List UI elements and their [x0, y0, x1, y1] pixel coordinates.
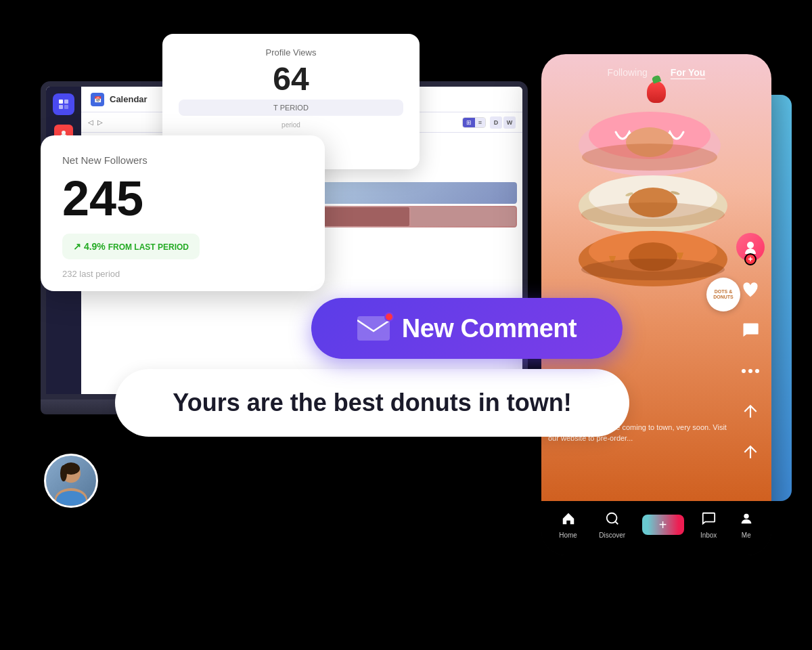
fw-badge: ↗ 4.9% FROM LAST PERIOD: [62, 234, 200, 259]
avatar: [44, 454, 98, 508]
tt-me-icon: [739, 511, 754, 530]
tt-bottom-discover[interactable]: Discover: [599, 511, 625, 539]
pv-last-period: T PERIOD: [179, 100, 403, 116]
svg-point-36: [755, 369, 759, 373]
inbox-svg: [701, 511, 716, 526]
view-toggle: ⊞ ≡: [462, 117, 486, 128]
grid-view-btn[interactable]: ⊞: [463, 118, 475, 127]
app-title: Calendar: [110, 94, 148, 104]
svg-point-35: [748, 369, 752, 373]
tt-nav-separator: •: [658, 70, 660, 74]
pv-period-text: period: [179, 121, 403, 129]
comment-text-bubble: Yours are the best donuts in town!: [115, 369, 629, 437]
donut-middle-svg: [575, 169, 731, 233]
tt-share2-icon: [738, 440, 763, 464]
fw-sub: 232 last period: [62, 269, 303, 279]
tt-share-btn[interactable]: [738, 399, 763, 424]
tt-bottom-add[interactable]: +: [648, 515, 679, 535]
tt-bottom-home[interactable]: Home: [559, 511, 577, 539]
avatar-image: [47, 458, 95, 506]
tt-comment-btn[interactable]: [738, 318, 763, 343]
svg-rect-3: [64, 105, 68, 109]
tt-me-label: Me: [742, 532, 751, 539]
tt-inbox-icon: [701, 511, 716, 530]
tiktok-sidebar: +: [736, 233, 765, 464]
tt-discover-label: Discover: [599, 532, 625, 539]
followers-widget: Net New Followers 245 ↗ 4.9% FROM LAST P…: [41, 135, 325, 291]
nc-icon-wrapper: [357, 316, 390, 341]
day-btn[interactable]: D: [490, 116, 502, 129]
tt-comment-icon: [738, 318, 763, 343]
svg-rect-1: [64, 100, 68, 104]
calendar-icon: 📅: [91, 93, 104, 106]
tt-discover-icon: [605, 511, 620, 530]
nav-back[interactable]: ◁: [88, 118, 93, 126]
svg-point-38: [744, 513, 748, 518]
tt-heart-icon: [738, 278, 763, 302]
thumb-4: [302, 182, 517, 204]
tt-bottom-inbox[interactable]: Inbox: [700, 511, 717, 539]
home-svg: [561, 511, 576, 526]
tt-more-icon: [738, 359, 763, 383]
week-btn[interactable]: W: [503, 116, 516, 129]
cal-cell-5: [302, 206, 517, 228]
sidebar-logo: [53, 93, 74, 115]
svg-rect-0: [59, 100, 63, 104]
donut-bottom-svg: [575, 225, 731, 286]
nc-label: New Comment: [402, 314, 577, 343]
donut-bottom: [575, 225, 738, 289]
thumb-5: [302, 206, 517, 228]
tt-account-avatar[interactable]: +: [736, 233, 765, 261]
tt-nav-following[interactable]: Following: [608, 67, 648, 78]
tt-home-label: Home: [559, 532, 577, 539]
svg-rect-2: [59, 105, 63, 109]
nc-notification-dot: [384, 312, 394, 322]
tiktok-topbar: Following • For You: [541, 54, 771, 88]
pv-title: Profile Views: [179, 47, 403, 58]
svg-point-33: [747, 242, 754, 248]
nav-forward[interactable]: ▷: [97, 118, 103, 126]
tt-share2-btn[interactable]: [738, 440, 763, 464]
new-comment-bubble[interactable]: New Comment: [311, 298, 623, 359]
donut-top-svg: [575, 108, 724, 176]
svg-point-34: [742, 369, 746, 373]
heart-svg: [741, 280, 760, 299]
tt-bottom-me[interactable]: Me: [739, 511, 754, 539]
comment-svg: [741, 321, 760, 340]
tt-add-icon[interactable]: +: [648, 515, 679, 535]
tt-nav-foryou[interactable]: For You: [671, 67, 706, 78]
tt-like-btn[interactable]: [738, 278, 763, 302]
brand-name: DOTS &DONUTS: [713, 289, 734, 299]
scene: 📅 Calendar ◁ ▷ ⊞ ≡ D W: [0, 0, 812, 650]
tt-add-plus: +: [659, 517, 667, 533]
svg-point-15: [60, 465, 67, 481]
donut-stack: [575, 108, 738, 289]
fw-label: Net New Followers: [62, 154, 303, 166]
fw-badge-text: ↗ 4.9% FROM LAST PERIOD: [73, 241, 189, 252]
svg-point-20: [582, 144, 717, 171]
list-view-btn[interactable]: ≡: [475, 118, 485, 127]
svg-point-32: [581, 259, 725, 280]
fw-badge-arrow: ↗ 4.9%: [73, 241, 106, 252]
tt-more-btn[interactable]: [738, 359, 763, 383]
tt-inbox-label: Inbox: [700, 532, 717, 539]
tt-share-icon: [738, 399, 763, 424]
more-dots-svg: [741, 368, 760, 374]
tiktok-bottombar: Home Discover +: [541, 501, 771, 555]
svg-point-28: [581, 202, 725, 227]
discover-svg: [605, 511, 620, 526]
pv-period-label: T PERIOD: [273, 104, 309, 112]
fw-number: 245: [62, 174, 303, 223]
share2-svg: [742, 443, 759, 461]
brand-bubble: DOTS &DONUTS: [706, 278, 740, 311]
share-svg: [742, 403, 759, 420]
dw-buttons: D W: [490, 116, 516, 129]
tt-follow-badge: +: [744, 253, 757, 265]
fw-badge-suffix: FROM LAST PERIOD: [108, 242, 189, 252]
pv-number: 64: [179, 63, 403, 95]
tt-home-icon: [561, 511, 576, 530]
cal-cell-4: [302, 182, 517, 204]
comment-text: Yours are the best donuts in town!: [173, 389, 571, 417]
me-svg: [739, 511, 754, 526]
svg-point-37: [606, 513, 616, 523]
